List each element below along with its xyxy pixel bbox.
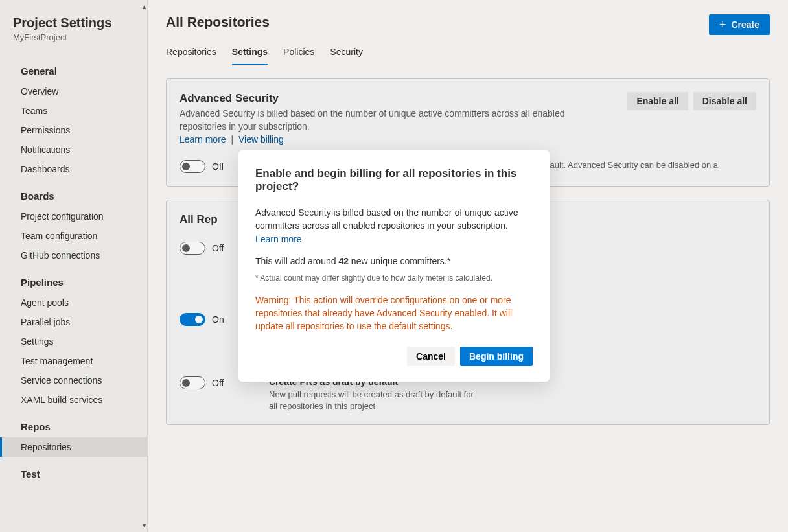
dialog-learn-more-link[interactable]: Learn more xyxy=(255,234,302,244)
modal-overlay[interactable]: Enable and begin billing for all reposit… xyxy=(0,0,788,532)
cancel-button[interactable]: Cancel xyxy=(407,347,455,366)
committer-count: 42 xyxy=(338,256,349,266)
begin-billing-button[interactable]: Begin billing xyxy=(460,347,533,366)
billing-dialog: Enable and begin billing for all reposit… xyxy=(238,150,550,382)
dialog-note: * Actual count may differ slightly due t… xyxy=(255,273,533,284)
dialog-title: Enable and begin billing for all reposit… xyxy=(255,167,533,193)
dialog-body-2: This will add around 42 new unique commi… xyxy=(255,255,533,268)
dialog-warning: Warning: This action will override confi… xyxy=(255,294,533,333)
dialog-body-1: Advanced Security is billed based on the… xyxy=(255,206,533,246)
